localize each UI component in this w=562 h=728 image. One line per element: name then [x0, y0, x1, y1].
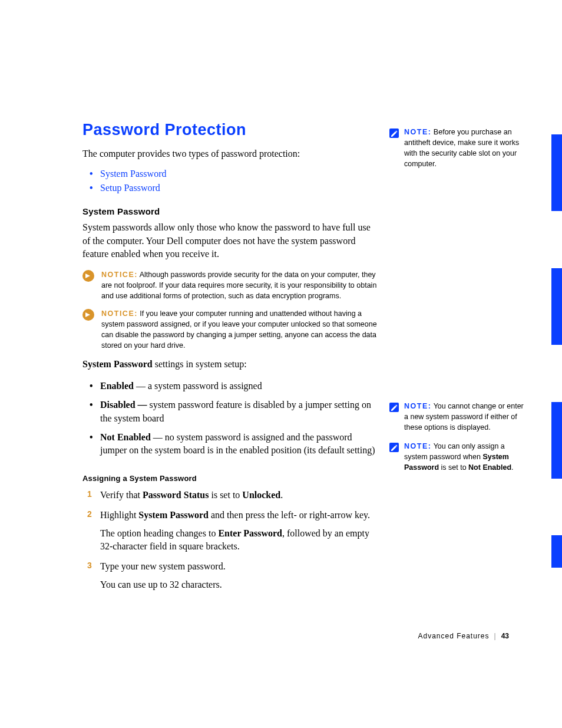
system-password-heading: System Password [82, 206, 380, 216]
step-3-detail: You can use up to 32 characters. [100, 578, 380, 591]
right-edge-tabs [551, 0, 562, 728]
assign-steps: Verify that Password Status is set to Un… [82, 489, 380, 591]
edge-tab [551, 268, 562, 345]
settings-list: Enabled — a system password is assigned … [82, 380, 380, 457]
step-3: Type your new system password. You can u… [100, 560, 380, 591]
settings-intro: System Password settings in system setup… [82, 358, 380, 371]
note-label: NOTE: [404, 128, 431, 136]
note-pencil-icon [389, 442, 399, 453]
edge-tab [551, 535, 562, 568]
footer-separator: | [494, 632, 497, 640]
note-pencil-icon [389, 402, 399, 413]
intro-paragraph: The computer provides two types of passw… [82, 147, 380, 160]
password-type-list: System Password Setup Password [82, 169, 380, 193]
system-password-body: System passwords allow only those who kn… [82, 221, 380, 261]
notice-block: NOTICE: If you leave your computer runni… [82, 308, 380, 351]
notice-text: NOTICE: Although passwords provide secur… [101, 269, 380, 301]
link-setup-password[interactable]: Setup Password [100, 183, 160, 193]
step-1: Verify that Password Status is set to Un… [100, 489, 380, 502]
sidebar-column: NOTE: Before you purchase an antitheft d… [389, 121, 527, 481]
note-label: NOTE: [404, 402, 431, 410]
notice-block: NOTICE: Although passwords provide secur… [82, 269, 380, 301]
notice-arrow-icon [82, 270, 94, 282]
notice-label: NOTICE: [101, 309, 138, 318]
footer-page-number: 43 [501, 632, 509, 640]
setting-not-enabled: Not Enabled — no system password is assi… [100, 431, 380, 457]
edge-tab [551, 134, 562, 211]
note-block: NOTE: You can only assign a system passw… [389, 441, 527, 473]
note-pencil-icon [389, 128, 399, 139]
footer-section: Advanced Features [418, 632, 489, 640]
note-block: NOTE: Before you purchase an antitheft d… [389, 127, 527, 170]
page-footer: Advanced Features|43 [418, 632, 509, 640]
edge-tab [551, 402, 562, 479]
page-title: Password Protection [82, 121, 380, 139]
setting-enabled: Enabled — a system password is assigned [100, 380, 380, 393]
step-2-detail: The option heading changes to Enter Pass… [100, 527, 380, 554]
notice-arrow-icon [82, 309, 94, 321]
main-column: Password Protection The computer provide… [82, 121, 380, 602]
note-label: NOTE: [404, 442, 431, 450]
link-system-password[interactable]: System Password [100, 169, 166, 179]
setting-disabled: Disabled — system password feature is di… [100, 398, 380, 425]
note-text: NOTE: Before you purchase an antitheft d… [404, 127, 527, 170]
assigning-heading: Assigning a System Password [82, 474, 380, 483]
notice-label: NOTICE: [101, 271, 138, 279]
note-block: NOTE: You cannot change or enter a new s… [389, 401, 527, 433]
notice-text: NOTICE: If you leave your computer runni… [101, 308, 380, 351]
note-text: NOTE: You cannot change or enter a new s… [404, 401, 527, 433]
note-text: NOTE: You can only assign a system passw… [404, 441, 527, 473]
step-2: Highlight System Password and then press… [100, 509, 380, 553]
